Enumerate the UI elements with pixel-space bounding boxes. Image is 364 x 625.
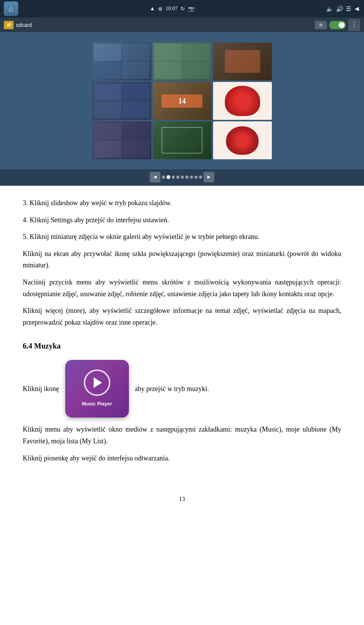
nav-dot-4[interactable] bbox=[176, 176, 179, 179]
music-player-icon[interactable]: Music Player bbox=[65, 360, 129, 418]
menu-icon: ☰ bbox=[346, 5, 351, 13]
camera-icon: 📷 bbox=[188, 6, 195, 12]
step-4: 4. Kliknij Settings aby przejść do inter… bbox=[23, 214, 341, 226]
nav-dots bbox=[162, 175, 202, 179]
inline-prefix-text: Kliknij ikonę bbox=[23, 383, 59, 395]
time-display: 10:07 bbox=[166, 6, 178, 12]
gallery-area: 14 bbox=[0, 33, 364, 169]
nav-dot-7[interactable] bbox=[190, 176, 193, 179]
file-bar: 📁 sdcard ⊞ ⋮ bbox=[0, 17, 364, 33]
thumbnail-2[interactable] bbox=[153, 42, 212, 80]
play-triangle-icon bbox=[94, 377, 102, 388]
thumbnail-7[interactable] bbox=[93, 121, 151, 159]
music-player-label: Music Player bbox=[82, 400, 112, 408]
device-screenshot: ⌂ ▲ ⊛ 10:07 ↻ 📷 🔈 🔊 ☰ ◄ 📁 sdcard ⊞ bbox=[0, 0, 364, 186]
page-number: 13 bbox=[0, 496, 364, 514]
file-bar-label: sdcard bbox=[16, 22, 32, 28]
nav-dot-2[interactable] bbox=[166, 175, 170, 179]
para-music-menu: Kliknij menu aby wyświetlić okno mediów … bbox=[23, 424, 341, 447]
refresh-icon: ↻ bbox=[180, 6, 185, 12]
nav-dot-1[interactable] bbox=[162, 176, 165, 179]
nav-bar: ◄ ► bbox=[0, 169, 364, 185]
nav-dot-9[interactable] bbox=[199, 176, 202, 179]
nav-prev-button[interactable]: ◄ bbox=[150, 172, 160, 182]
toggle-switch[interactable] bbox=[329, 21, 346, 29]
file-icon: 📁 bbox=[4, 21, 14, 29]
volume-high-icon: 🔊 bbox=[336, 5, 344, 13]
home-button[interactable]: ⌂ bbox=[4, 2, 18, 16]
wifi-icon: ⊛ bbox=[158, 6, 163, 12]
nav-next-button[interactable]: ► bbox=[204, 172, 214, 182]
thumbnail-6[interactable] bbox=[213, 82, 272, 120]
inline-suffix-text: aby przejść w tryb muzyki. bbox=[135, 383, 209, 395]
thumbnail-5[interactable]: 14 bbox=[153, 82, 212, 120]
para-menu: Naciśnij przycisk menu aby wyświetlić me… bbox=[23, 276, 341, 300]
step-3: 3. Kliknij slideshow aby wejść w tryb po… bbox=[23, 197, 341, 209]
play-circle bbox=[84, 369, 110, 396]
volume-low-icon: 🔈 bbox=[326, 5, 334, 13]
nav-dot-6[interactable] bbox=[185, 176, 188, 179]
signal-icon: ▲ bbox=[150, 6, 155, 12]
thumbnail-4[interactable] bbox=[93, 82, 151, 120]
status-bar-right: 🔈 🔊 ☰ ◄ bbox=[326, 5, 360, 13]
thumbnail-9[interactable] bbox=[213, 121, 272, 159]
status-bar-center: ▲ ⊛ 10:07 ↻ 📷 bbox=[150, 6, 195, 12]
thumbnail-grid: 14 bbox=[93, 42, 272, 159]
music-player-row: Kliknij ikonę Music Player aby przejść w… bbox=[23, 360, 341, 418]
para-magnify: Kliknij na ekran aby przywołać ikonę szk… bbox=[23, 248, 341, 271]
nav-dot-3[interactable] bbox=[172, 176, 175, 179]
section-4-heading: 6.4 Muzyka bbox=[23, 339, 341, 352]
thumbnail-3[interactable] bbox=[213, 42, 272, 80]
back-icon: ◄ bbox=[353, 5, 360, 13]
document-content: 3. Kliknij slideshow aby wejść w tryb po… bbox=[0, 186, 364, 481]
more-options-icon[interactable]: ⋮ bbox=[348, 19, 360, 31]
para-more: Kliknij więcej (more), aby wyświetlić sz… bbox=[23, 305, 341, 328]
thumbnail-1[interactable] bbox=[93, 42, 151, 80]
nav-dot-8[interactable] bbox=[195, 176, 198, 179]
step-5: 5. Kliknij miniaturę zdjęcia w oknie gal… bbox=[23, 231, 341, 243]
nav-dot-5[interactable] bbox=[181, 176, 184, 179]
grid-toggle[interactable]: ⊞ bbox=[315, 21, 327, 29]
status-bar: ⌂ ▲ ⊛ 10:07 ↻ 📷 🔈 🔊 ☰ ◄ bbox=[0, 0, 364, 17]
thumbnail-8[interactable] bbox=[153, 121, 212, 159]
para-music-song: Kliknij piosenkę aby wejść do interfejsu… bbox=[23, 452, 341, 464]
